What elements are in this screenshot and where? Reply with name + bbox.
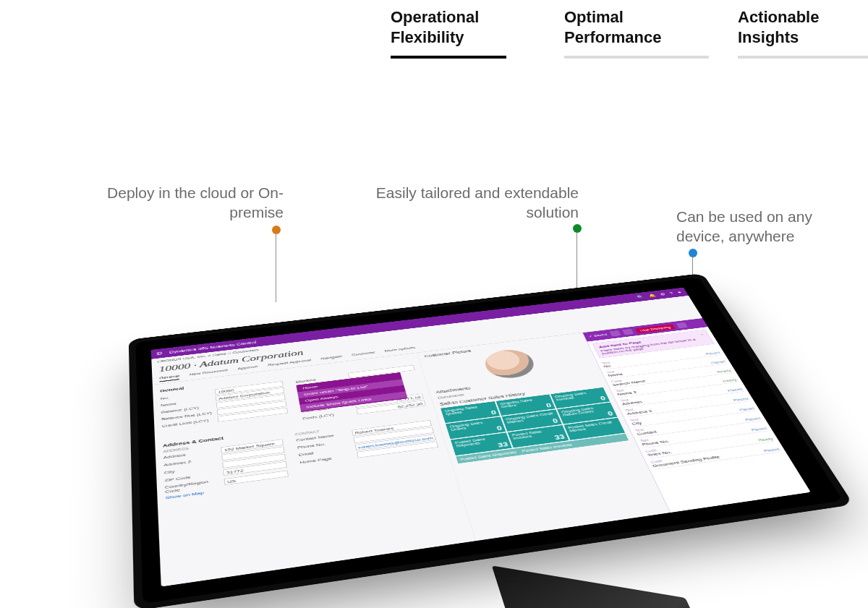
bell-icon[interactable]: 🔔	[647, 294, 656, 298]
gear-icon[interactable]: ⚙	[659, 292, 666, 296]
tab-label: Actionable Insights	[738, 7, 868, 47]
history-tiles: Ongoing Sales Quotes0 Ongoing Sales Orde…	[441, 388, 625, 455]
avatar-icon[interactable]: ●	[677, 291, 682, 294]
field-status: Placed	[763, 448, 780, 453]
tablet-device: ⚃ Dynamics 365 Business Central 🔍 🔔 ⚙ ? …	[129, 273, 854, 608]
field-name: No.	[603, 364, 613, 368]
designer-icon[interactable]	[622, 329, 634, 335]
tab-label: Operational Flexibility	[391, 7, 535, 47]
tab-label: Optimal Performance	[564, 7, 709, 47]
tab-operational-flexibility[interactable]: Operational Flexibility	[391, 7, 535, 59]
search-icon[interactable]: 🔍	[636, 295, 644, 299]
tab-optimal-performance[interactable]: Optimal Performance	[564, 7, 709, 59]
designer-icon[interactable]	[609, 330, 621, 337]
field-name: City	[631, 421, 642, 426]
tab-underline	[564, 56, 709, 59]
tab-underline	[738, 56, 868, 59]
app-screen: ⚃ Dynamics 365 Business Central 🔍 🔔 ⚙ ? …	[151, 288, 811, 587]
saved-label: Saved	[593, 333, 607, 338]
device-scene: ⚃ Dynamics 365 Business Central 🔍 🔔 ⚙ ? …	[29, 210, 839, 600]
saved-indicator: ✓ Saved	[588, 333, 608, 338]
tab-underline	[391, 56, 506, 59]
stop-designing-button[interactable]: Stop Designing	[635, 324, 676, 333]
designer-more-icon[interactable]	[676, 322, 688, 328]
customer-avatar	[480, 348, 538, 381]
tab-actionable-insights[interactable]: Actionable Insights	[738, 7, 868, 59]
kickstand	[492, 565, 735, 608]
tablet-bezel: ⚃ Dynamics 365 Business Central 🔍 🔔 ⚙ ? …	[135, 277, 843, 604]
help-icon[interactable]: ?	[669, 291, 674, 295]
waffle-icon[interactable]: ⚃	[157, 351, 163, 356]
feature-tabs: Operational Flexibility Optimal Performa…	[391, 7, 868, 59]
